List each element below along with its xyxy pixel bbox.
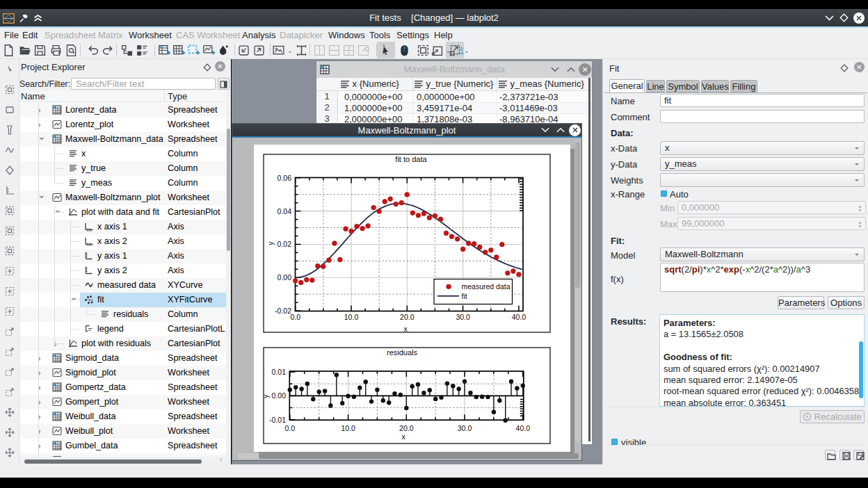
svg-text:fit to data: fit to data bbox=[395, 155, 427, 163]
svg-text:10.0: 10.0 bbox=[344, 313, 359, 321]
svg-text:0.00: 0.00 bbox=[272, 391, 287, 400]
svg-text:y: y bbox=[266, 241, 275, 245]
svg-text:y: y bbox=[262, 394, 270, 398]
svg-text:10.0: 10.0 bbox=[341, 424, 355, 432]
svg-text:0.06: 0.06 bbox=[278, 174, 292, 182]
svg-text:x: x bbox=[401, 432, 405, 441]
svg-text:40.0: 40.0 bbox=[512, 313, 527, 321]
svg-text:0.04: 0.04 bbox=[278, 207, 292, 215]
svg-text:0.02: 0.02 bbox=[278, 240, 292, 248]
svg-text:0.01: 0.01 bbox=[272, 368, 287, 376]
svg-text:fit: fit bbox=[462, 292, 467, 300]
svg-text:-0.02: -0.02 bbox=[275, 307, 291, 315]
svg-text:-0.01: -0.01 bbox=[269, 416, 286, 424]
svg-text:20.0: 20.0 bbox=[399, 424, 414, 432]
svg-text:residuals: residuals bbox=[387, 348, 418, 357]
svg-text:0.0: 0.0 bbox=[290, 313, 300, 321]
svg-text:x: x bbox=[403, 325, 408, 333]
svg-text:30.0: 30.0 bbox=[456, 313, 470, 321]
svg-text:measured data: measured data bbox=[462, 282, 511, 291]
svg-text:20.0: 20.0 bbox=[400, 313, 415, 321]
svg-text:40.0: 40.0 bbox=[516, 424, 531, 432]
svg-text:30.0: 30.0 bbox=[458, 424, 472, 432]
svg-text:0.0: 0.0 bbox=[284, 424, 295, 432]
svg-text:0.00: 0.00 bbox=[278, 273, 292, 282]
